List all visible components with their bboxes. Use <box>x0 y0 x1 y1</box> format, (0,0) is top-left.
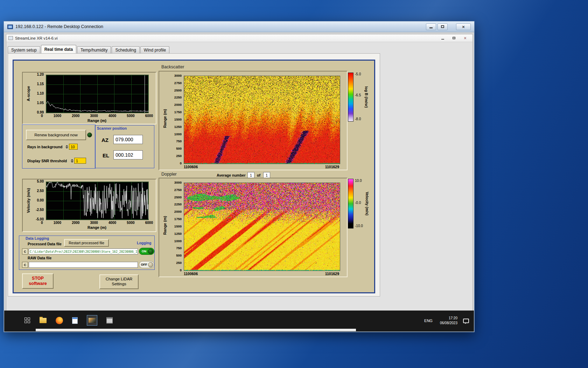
rdp-titlebar[interactable]: 192.168.0.122 - Remote Desktop Connectio… <box>4 21 474 32</box>
doppler-y-axis-label: Range (m) <box>163 216 167 235</box>
processed-data-file-label: Processed Data file <box>28 242 62 246</box>
average-number-value[interactable]: 1 <box>247 172 254 178</box>
rdp-window: 192.168.0.122 - Remote Desktop Connectio… <box>4 21 475 332</box>
remote-session: StreamLine XR v14-6.vi × System setup Re… <box>4 32 474 332</box>
stop-line1: STOP <box>32 276 44 281</box>
labview-vi-icon <box>8 36 13 40</box>
velocity-y-tick: 0.00 <box>30 199 44 202</box>
tab-strip: System setup Real time data Temp/humidit… <box>8 45 170 53</box>
el-value[interactable]: 000.102 <box>113 150 143 159</box>
velocity-x-tick: 3000 <box>90 221 98 225</box>
data-logging-group-label: Data Logging <box>26 236 49 240</box>
doppler-y-tick: 1000 <box>170 239 182 243</box>
taskbar-app-icon-scan[interactable] <box>106 317 113 323</box>
renew-background-button[interactable]: Renew background now <box>26 130 86 140</box>
processed-path-browse[interactable]: C <box>22 248 28 254</box>
doppler-y-tick: 250 <box>170 261 182 265</box>
raw-path-input[interactable] <box>29 262 138 268</box>
doppler-colorbar-label: Velocity (m/s) <box>365 192 369 216</box>
tab-wind-profile[interactable]: Wind profile <box>140 46 169 53</box>
doppler-colorbar-tick-bottom: -10.0 <box>355 224 363 228</box>
maximize-icon <box>453 37 455 39</box>
app-maximize-button[interactable] <box>449 35 459 41</box>
backscatter-title: Backscatter <box>161 64 184 69</box>
ascope-x-ticks: 0100020003000400050006000 <box>41 114 153 118</box>
rdp-close-button[interactable]: × <box>456 23 471 30</box>
tab-system-setup[interactable]: System setup <box>8 46 40 53</box>
velocity-x-axis-label: Range (m) <box>46 225 148 230</box>
velocity-x-ticks: 0100020003000400050006000 <box>41 221 153 225</box>
restart-processed-file-button[interactable]: Restart processed file <box>64 239 109 247</box>
taskbar-app-icon-document[interactable] <box>72 317 78 324</box>
rays-value[interactable]: 10 <box>69 144 78 150</box>
tab-scheduling[interactable]: Scheduling <box>112 46 139 53</box>
change-lidar-settings-button[interactable]: Change LiDAR Settings <box>99 274 139 289</box>
change-line1: Change LiDAR <box>106 277 133 282</box>
app-window: StreamLine XR v14-6.vi × System setup Re… <box>6 34 473 311</box>
doppler-y-tick: 2250 <box>170 203 182 206</box>
ascope-x-tick: 4000 <box>108 114 116 118</box>
clock-date: 06/08/2023 <box>440 321 457 326</box>
average-of-value[interactable]: 1 <box>263 172 270 178</box>
velocity-plot <box>46 182 149 220</box>
backscatter-y-tick: 2750 <box>170 81 182 85</box>
backscatter-y-tick: 3000 <box>170 74 182 77</box>
clock-time: 17:20 <box>440 316 457 321</box>
processed-logging-toggle[interactable]: ON <box>139 248 154 255</box>
velocity-y-ticks: 5.002.500.00-2.50-5.00 <box>30 180 44 221</box>
close-icon: × <box>462 25 465 29</box>
tab-temp-humidity[interactable]: Temp/humidity <box>77 46 111 53</box>
ascope-y-axis-label: A-scope <box>26 86 30 101</box>
change-line2: Settings <box>112 282 126 287</box>
backscatter-y-tick: 1750 <box>170 110 182 114</box>
el-label: EL <box>103 152 109 158</box>
tab-real-time-data[interactable]: Real time data <box>41 45 76 53</box>
logging-label: Logging <box>137 241 151 245</box>
file-explorer-icon[interactable] <box>40 318 47 323</box>
processed-path-input[interactable]: C:\Lidar\Data\Proc\2023\202308\20230806\… <box>29 248 138 254</box>
backscatter-graph: Range (m) 300027502500225020001750150012… <box>159 71 348 170</box>
velocity-x-tick: 1000 <box>54 221 61 225</box>
app-minimize-button[interactable] <box>438 35 448 41</box>
app-titlebar[interactable]: StreamLine XR v14-6.vi × <box>6 34 472 42</box>
rdp-maximize-button[interactable] <box>438 23 448 30</box>
az-label: AZ <box>102 137 108 143</box>
backscatter-y-tick: 750 <box>170 139 182 143</box>
raw-logging-toggle[interactable]: OFF <box>139 261 154 268</box>
task-view-icon[interactable] <box>24 318 30 323</box>
backscatter-y-tick: 1500 <box>170 118 182 121</box>
app-thumbnail-icon <box>89 318 96 323</box>
taskbar-app-icon-active[interactable] <box>87 315 97 326</box>
language-indicator[interactable]: ENG <box>422 316 434 325</box>
maximize-icon <box>441 25 444 28</box>
raw-path-browse[interactable]: C <box>22 262 28 268</box>
raw-data-file-label: RAW Data file <box>28 256 51 260</box>
ascope-x-tick: 5000 <box>127 114 134 118</box>
taskbar-tray: ENG 17:20 06/08/2023 <box>422 313 469 328</box>
backscatter-colorbar-tick-top: -5.0 <box>355 72 361 76</box>
clock[interactable]: 17:20 06/08/2023 <box>440 316 457 326</box>
toggle-knob <box>148 249 153 254</box>
app-close-button[interactable]: × <box>460 35 470 41</box>
backscatter-y-tick: 1000 <box>170 132 182 136</box>
stop-line2: software <box>29 281 47 286</box>
snr-value[interactable]: 1 <box>74 158 86 164</box>
ascope-y-ticks: 1.201.151.101.050.99 <box>32 73 44 114</box>
ascope-y-tick: 1.20 <box>32 73 44 76</box>
backscatter-y-tick: 250 <box>170 154 182 158</box>
doppler-graph: Range (m) 300027502500225020001750150012… <box>159 178 348 277</box>
az-value[interactable]: 079.000 <box>113 135 143 144</box>
snr-threshold-label: Display SNR threshold <box>27 159 67 163</box>
doppler-colorbar-tick-top: 10.0 <box>355 179 362 183</box>
ascope-graph: A-scope 1.201.151.101.050.99 01000200030… <box>22 72 156 124</box>
notification-icon[interactable] <box>463 319 469 323</box>
snr-spinner[interactable] <box>70 158 74 164</box>
background-controls-group: Renew background now Rays in background … <box>22 124 96 169</box>
rdp-minimize-button[interactable] <box>426 23 436 30</box>
velocity-x-tick: 2000 <box>72 221 79 225</box>
renew-led-indicator[interactable] <box>87 132 92 137</box>
stop-software-button[interactable]: STOP software <box>22 273 54 289</box>
rdp-window-title: 192.168.0.122 - Remote Desktop Connectio… <box>15 24 103 29</box>
firefox-icon[interactable] <box>56 317 63 324</box>
rays-spinner[interactable] <box>65 144 69 150</box>
